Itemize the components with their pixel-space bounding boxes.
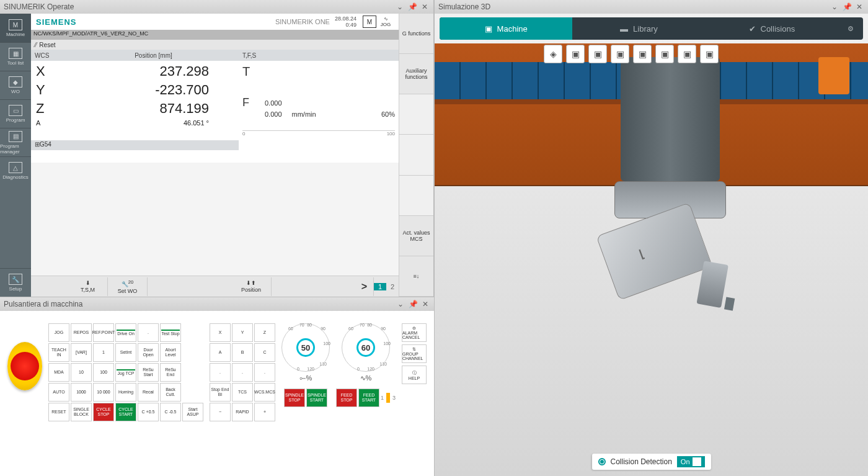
mcp-key-1[interactable]: 1 xyxy=(93,343,114,362)
mcp-grid-axes: XYZABC...Stop End BlTCSWCS.MCS xyxy=(210,323,275,402)
mcp-key-teach-in[interactable]: TEACH IN xyxy=(48,343,69,362)
nav-program[interactable]: ▭Program xyxy=(0,99,31,128)
mcp-key-resu-start[interactable]: ReSu Start xyxy=(138,363,159,382)
sk-next[interactable]: > xyxy=(355,277,374,296)
axis-key-tcs[interactable]: TCS xyxy=(232,383,253,402)
view-btn-4[interactable]: ▣ xyxy=(633,45,652,63)
mcp-key-cycle-start[interactable]: CYCLE START xyxy=(115,403,136,421)
collision-radio-icon[interactable] xyxy=(598,458,605,465)
view-btn-2[interactable]: ▣ xyxy=(588,45,607,63)
collapse-icon[interactable]: ⌄ xyxy=(395,2,405,12)
sk-menu-icon[interactable]: ≡↓ xyxy=(399,256,433,297)
jog-key--[interactable]: + xyxy=(254,403,275,421)
view-btn-1[interactable]: ▣ xyxy=(566,45,585,63)
jog-key--[interactable]: − xyxy=(210,403,231,421)
axis-key--[interactable]: . xyxy=(232,363,253,382)
view-btn-3[interactable]: ▣ xyxy=(611,45,629,63)
mcp-key-jog-tcp[interactable]: Jog TCP xyxy=(115,363,136,382)
sim-pin-icon[interactable]: 📌 xyxy=(842,2,852,12)
axis-key-x[interactable]: X xyxy=(210,323,231,342)
axis-key-z[interactable]: Z xyxy=(254,323,275,342)
mcp-key-repos[interactable]: REPOS xyxy=(71,323,92,342)
emergency-stop-button[interactable] xyxy=(7,342,42,390)
mcp-key-auto[interactable]: AUTO xyxy=(48,383,69,402)
sim-close-icon[interactable]: ✕ xyxy=(854,2,864,12)
mcp-key-drive-on[interactable]: Drive On xyxy=(115,323,136,342)
mcp-key-resu-end[interactable]: ReSu End xyxy=(160,363,181,382)
close-icon[interactable]: ✕ xyxy=(420,2,430,12)
mcp-key-cycle-stop[interactable]: CYCLE STOP xyxy=(93,403,114,421)
mcp-collapse-icon[interactable]: ⌄ xyxy=(396,299,405,309)
mcp-key-c-0-5[interactable]: C +0.5 xyxy=(138,403,159,421)
tab-machine[interactable]: ▣Machine xyxy=(440,17,572,40)
nav-toollist[interactable]: ▦Tool list xyxy=(0,42,31,71)
nav-diagnostics[interactable]: △Diagnostics xyxy=(0,156,31,185)
sk-position[interactable]: ⬇⬆Position xyxy=(232,277,272,296)
mcp-pin-icon[interactable]: 📌 xyxy=(408,299,418,309)
feed-override-gauge[interactable]: 60 70 80 90 100 110 120 0 50 xyxy=(281,323,330,372)
mcp-key-setint[interactable]: SetInt xyxy=(115,343,136,362)
sk-set-wo[interactable]: 🔧20Set WO xyxy=(108,277,148,296)
tab-collisions[interactable]: ✔Collisions xyxy=(706,17,838,40)
sim-viewport[interactable]: ⌊ ▣Machine ▬Library ✔Collisions ⚙ ◈ ▣ ▣ … xyxy=(435,14,868,476)
jog-key-rapid[interactable]: RAPID xyxy=(232,403,253,421)
axis-key-a[interactable]: A xyxy=(210,343,231,362)
mcp-key-abort-level[interactable]: Abort Level xyxy=(160,343,181,362)
mcp-key-back-cutt-[interactable]: Back Cutt. xyxy=(160,383,181,402)
view-btn-7[interactable]: ▣ xyxy=(700,45,719,63)
f-unit: mm/min xyxy=(292,110,316,118)
channel-1[interactable]: 1 xyxy=(374,283,386,290)
axis-key-y[interactable]: Y xyxy=(232,323,253,342)
group-channel-key[interactable]: ⇅GROUP CHANNEL xyxy=(402,344,427,363)
pin-icon[interactable]: 📌 xyxy=(407,2,417,12)
feed-stop-key[interactable]: FEED STOP xyxy=(336,388,357,407)
alarm-cancel-key[interactable]: ⊖ALARM CANCEL xyxy=(402,323,427,342)
axis-key-stop-end-bl[interactable]: Stop End Bl xyxy=(210,383,231,402)
mcp-key-jog[interactable]: JOG xyxy=(48,323,69,342)
mcp-key-recal[interactable]: Recal xyxy=(138,383,159,402)
mcp-key-10-000[interactable]: 10 000 xyxy=(93,383,114,402)
collision-toggle[interactable]: On xyxy=(677,456,705,467)
sk-g-functions[interactable]: G functions xyxy=(399,14,433,54)
axis-key--[interactable]: . xyxy=(210,363,231,382)
mcp-close-icon[interactable]: ✕ xyxy=(420,299,430,309)
view-btn-0[interactable]: ◈ xyxy=(544,45,562,63)
help-key[interactable]: ⓘHELP xyxy=(402,366,427,384)
spindle-override-gauge[interactable]: 60 70 80 90 100 110 120 0 60 xyxy=(342,323,390,372)
mcp-key-door-open[interactable]: Door Open xyxy=(138,343,159,362)
mcp-key-homing[interactable]: Homing xyxy=(115,383,136,402)
mcp-key-c-0-5[interactable]: C -0.5 xyxy=(160,403,181,421)
mcp-key--[interactable]: . xyxy=(138,323,159,342)
nav-wo[interactable]: ◆WO xyxy=(0,71,31,99)
sim-collapse-icon[interactable]: ⌄ xyxy=(830,2,839,12)
mcp-key-reset[interactable]: RESET xyxy=(48,403,69,421)
mcp-key-mda[interactable]: MDA xyxy=(48,363,69,382)
axis-key--[interactable]: . xyxy=(254,363,275,382)
feed-start-key[interactable]: FEED START xyxy=(358,388,379,407)
axis-key-wcs-mcs[interactable]: WCS.MCS xyxy=(254,383,275,402)
mcp-key-100[interactable]: 100 xyxy=(93,363,114,382)
axis-key-b[interactable]: B xyxy=(232,343,253,362)
mcp-key--var-[interactable]: [VAR] xyxy=(71,343,92,362)
sk-aux-functions[interactable]: Auxiliary functions xyxy=(399,54,433,94)
feed-override-label: ⟜% xyxy=(299,374,312,382)
nav-machine[interactable]: MMachine xyxy=(0,14,31,42)
view-btn-6[interactable]: ▣ xyxy=(678,45,696,63)
axis-key-c[interactable]: C xyxy=(254,343,275,362)
mcp-key-10[interactable]: 10 xyxy=(71,363,92,382)
view-btn-5[interactable]: ▣ xyxy=(655,45,674,63)
mcp-key-test-stop[interactable]: Test Stop xyxy=(160,323,181,342)
spindle-start-key[interactable]: SPINDLE START xyxy=(306,388,327,407)
mcp-key-single-block[interactable]: SINGLE BLOCK xyxy=(71,403,92,421)
channel-2[interactable]: 2 xyxy=(386,283,399,290)
mcp-key-1000[interactable]: 1000 xyxy=(71,383,92,402)
sim-settings-icon[interactable]: ⚙ xyxy=(838,17,863,40)
sk-act-values-mcs[interactable]: Act. values MCS xyxy=(399,216,433,256)
mcp-key-start-asup[interactable]: Start ASUP xyxy=(182,403,203,421)
tab-library[interactable]: ▬Library xyxy=(572,17,705,40)
mcp-key-ref-point[interactable]: REF.POINT xyxy=(93,323,114,342)
nav-program-manager[interactable]: ▤Program manager xyxy=(0,128,31,156)
sk-tsm[interactable]: ⬇T,S,M xyxy=(68,277,108,296)
spindle-stop-key[interactable]: SPINDLE STOP xyxy=(284,388,305,407)
nav-setup[interactable]: 🔧Setup xyxy=(0,268,31,297)
